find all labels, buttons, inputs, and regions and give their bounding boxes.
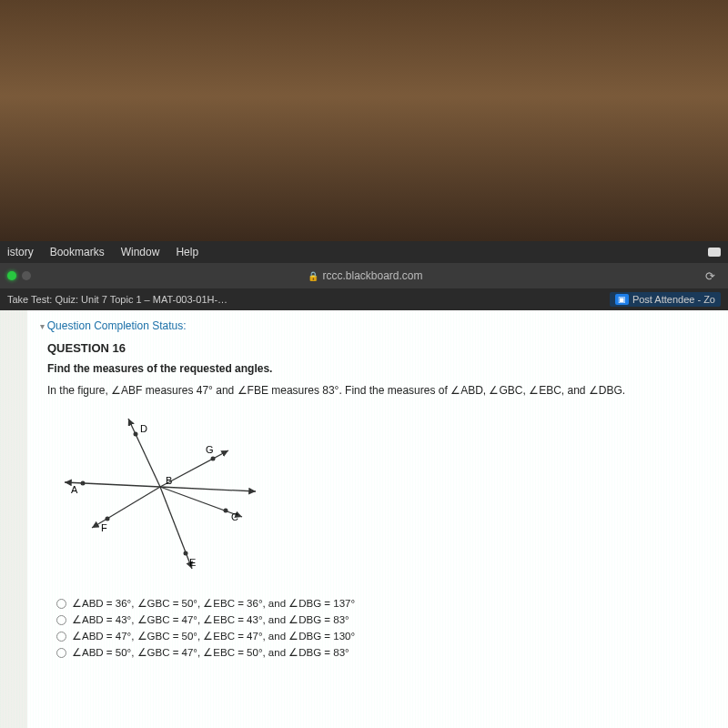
address-host: rccc.blackboard.com (322, 269, 422, 282)
angle-figure: A D E G (40, 406, 715, 592)
question-prompt: Find the measures of the requested angle… (40, 360, 715, 382)
tab-active[interactable]: Take Test: Quiz: Unit 7 Topic 1 – MAT-00… (7, 294, 610, 305)
option-2[interactable]: ∠ABD = 43°, ∠GBC = 47°, ∠EBC = 43°, and … (56, 612, 715, 628)
option-text: ∠ABD = 47°, ∠GBC = 50°, ∠EBC = 47°, and … (72, 630, 355, 642)
radio-icon[interactable] (56, 615, 66, 625)
radio-icon[interactable] (56, 632, 66, 642)
traffic-light-dim[interactable] (22, 271, 31, 280)
point-label-a: A (71, 484, 78, 495)
completion-status[interactable]: Question Completion Status: (40, 316, 715, 339)
answer-options: ∠ABD = 36°, ∠GBC = 50°, ∠EBC = 36°, and … (40, 592, 715, 661)
svg-point-12 (224, 509, 228, 513)
point-label-c: C (231, 511, 238, 522)
page-content: Question Completion Status: QUESTION 16 … (0, 310, 728, 728)
option-text: ∠ABD = 43°, ∠GBC = 47°, ∠EBC = 43°, and … (72, 613, 349, 626)
option-4[interactable]: ∠ABD = 50°, ∠GBC = 47°, ∠EBC = 50°, and … (56, 644, 715, 661)
window-controls (7, 271, 31, 280)
radio-icon[interactable] (56, 648, 66, 658)
svg-point-1 (81, 481, 86, 486)
menu-item-window[interactable]: Window (121, 246, 160, 258)
option-3[interactable]: ∠ABD = 47°, ∠GBC = 50°, ∠EBC = 47°, and … (56, 628, 715, 644)
browser-tabs: Take Test: Quiz: Unit 7 Topic 1 – MAT-00… (0, 288, 728, 310)
point-label-e: E (189, 557, 196, 568)
tab-zoom-label: Post Attendee - Zo (632, 294, 715, 305)
lock-icon: 🔒 (308, 271, 318, 281)
radio-icon[interactable] (56, 599, 66, 609)
point-label-g: G (206, 444, 214, 455)
option-text: ∠ABD = 50°, ∠GBC = 47°, ∠EBC = 50°, and … (72, 646, 349, 659)
address-bar[interactable]: 🔒 rccc.blackboard.com (38, 269, 693, 282)
svg-line-5 (160, 487, 192, 569)
traffic-light-green[interactable] (7, 271, 16, 280)
option-text: ∠ABD = 36°, ∠GBC = 50°, ∠EBC = 36°, and … (72, 597, 355, 610)
svg-line-11 (160, 487, 242, 517)
svg-point-10 (106, 517, 110, 521)
point-label-f: F (101, 522, 107, 533)
mac-menubar: istory Bookmarks Window Help (0, 241, 728, 263)
svg-point-8 (211, 457, 216, 461)
option-1[interactable]: ∠ABD = 36°, ∠GBC = 50°, ∠EBC = 36°, and … (56, 595, 715, 612)
menu-item-bookmarks[interactable]: Bookmarks (50, 246, 105, 258)
menu-item-help[interactable]: Help (176, 246, 198, 258)
background-room (0, 0, 728, 241)
menu-item-history[interactable]: istory (7, 246, 34, 258)
camera-icon[interactable] (708, 248, 721, 257)
reload-icon[interactable]: ⟳ (700, 269, 721, 283)
tab-zoom[interactable]: ▣ Post Attendee - Zo (610, 292, 721, 307)
browser-toolbar: 🔒 rccc.blackboard.com ⟳ (0, 263, 728, 288)
svg-line-2 (160, 487, 256, 491)
svg-point-4 (134, 432, 138, 437)
zoom-icon: ▣ (615, 294, 629, 305)
svg-line-0 (65, 482, 160, 487)
point-label-d: D (140, 423, 147, 434)
laptop-screen: istory Bookmarks Window Help 🔒 rccc.blac… (0, 241, 728, 728)
svg-point-6 (184, 551, 188, 556)
question-description: In the figure, ∠ABF measures 47° and ∠FB… (40, 382, 715, 406)
question-number: QUESTION 16 (40, 339, 715, 360)
point-label-b: B (166, 475, 172, 486)
